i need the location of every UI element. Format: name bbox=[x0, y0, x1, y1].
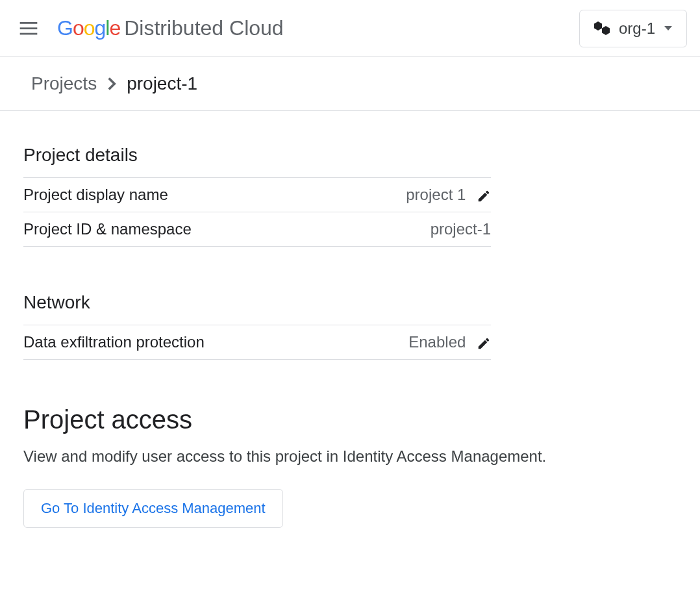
breadcrumb-current: project-1 bbox=[127, 73, 197, 94]
row-value: project 1 bbox=[406, 186, 466, 203]
org-selector[interactable]: org-1 bbox=[579, 10, 687, 47]
header-bar: Google Distributed Cloud org-1 bbox=[0, 0, 700, 57]
svg-rect-2 bbox=[20, 32, 38, 34]
svg-marker-4 bbox=[602, 26, 610, 35]
table-row: Project ID & namespace project-1 bbox=[23, 212, 491, 247]
row-label: Project ID & namespace bbox=[23, 212, 334, 247]
org-icon bbox=[594, 21, 610, 36]
row-label: Project display name bbox=[23, 178, 334, 212]
pencil-icon bbox=[477, 336, 491, 351]
project-access-description: View and modify user access to this proj… bbox=[23, 447, 677, 466]
hamburger-icon bbox=[19, 22, 38, 35]
logo-area: Google Distributed Cloud bbox=[57, 16, 579, 40]
row-value: project-1 bbox=[334, 212, 491, 247]
table-row: Data exfiltration protection Enabled bbox=[23, 325, 491, 360]
row-value-cell: project 1 bbox=[334, 178, 491, 212]
network-heading: Network bbox=[23, 292, 677, 313]
svg-rect-1 bbox=[20, 27, 38, 29]
go-to-iam-button[interactable]: Go To Identity Access Management bbox=[23, 489, 283, 528]
pencil-icon bbox=[477, 189, 491, 203]
network-table: Data exfiltration protection Enabled bbox=[23, 325, 491, 360]
breadcrumb-parent-link[interactable]: Projects bbox=[31, 73, 97, 94]
chevron-down-icon bbox=[664, 26, 672, 31]
project-details-heading: Project details bbox=[23, 145, 677, 166]
project-access-heading: Project access bbox=[23, 405, 677, 434]
project-details-table: Project display name project 1 Project I… bbox=[23, 177, 491, 247]
google-logo: Google bbox=[57, 16, 120, 40]
edit-display-name-button[interactable] bbox=[477, 189, 491, 203]
breadcrumb: Projects project-1 bbox=[0, 57, 700, 111]
table-row: Project display name project 1 bbox=[23, 178, 491, 212]
svg-marker-3 bbox=[594, 21, 602, 31]
hamburger-menu-button[interactable] bbox=[13, 16, 44, 42]
main-content: Project details Project display name pro… bbox=[0, 111, 700, 562]
edit-network-button[interactable] bbox=[477, 336, 491, 351]
row-value-cell: Enabled bbox=[345, 325, 491, 360]
row-label: Data exfiltration protection bbox=[23, 325, 345, 360]
chevron-right-icon bbox=[107, 77, 116, 90]
org-name: org-1 bbox=[619, 19, 655, 38]
product-name: Distributed Cloud bbox=[124, 16, 283, 40]
svg-rect-0 bbox=[20, 22, 38, 24]
row-value: Enabled bbox=[408, 333, 466, 351]
